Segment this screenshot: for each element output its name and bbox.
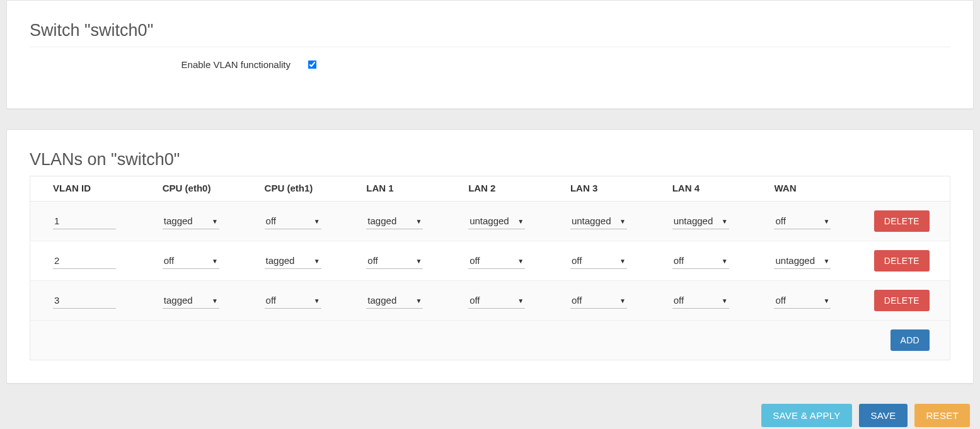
port-select-r1-c3-value: off bbox=[470, 255, 480, 266]
port-select-r0-c5[interactable]: untagged▼ bbox=[672, 213, 729, 229]
port-select-r2-c2-value: tagged bbox=[367, 295, 396, 306]
port-select-r1-c5[interactable]: off▼ bbox=[672, 253, 729, 269]
add-button[interactable]: ADD bbox=[891, 329, 930, 351]
add-row: ADD bbox=[30, 321, 950, 360]
port-select-r2-c4[interactable]: off▼ bbox=[570, 292, 627, 309]
port-select-r1-c6[interactable]: untagged▼ bbox=[774, 253, 831, 269]
col-lan1: LAN 1 bbox=[343, 176, 446, 202]
port-select-r0-c3[interactable]: untagged▼ bbox=[468, 213, 525, 229]
port-select-r2-c6[interactable]: off▼ bbox=[774, 292, 831, 309]
chevron-down-icon: ▼ bbox=[212, 257, 218, 264]
port-select-r1-c0[interactable]: off▼ bbox=[163, 253, 219, 269]
chevron-down-icon: ▼ bbox=[517, 217, 524, 224]
col-wan: WAN bbox=[751, 176, 853, 202]
col-vlan-id: VLAN ID bbox=[30, 176, 140, 202]
chevron-down-icon: ▼ bbox=[620, 297, 626, 304]
port-select-r0-c1-value: off bbox=[266, 215, 276, 226]
chevron-down-icon: ▼ bbox=[620, 217, 626, 224]
delete-button[interactable]: DELETE bbox=[874, 290, 930, 311]
vlan-id-input[interactable] bbox=[53, 292, 116, 309]
chevron-down-icon: ▼ bbox=[415, 257, 422, 264]
divider bbox=[30, 47, 950, 47]
chevron-down-icon: ▼ bbox=[722, 217, 728, 224]
port-select-r2-c3-value: off bbox=[470, 295, 480, 306]
switch-panel-title: Switch "switch0" bbox=[30, 21, 950, 40]
chevron-down-icon: ▼ bbox=[722, 257, 728, 264]
action-bar: SAVE & APPLY SAVE RESET bbox=[0, 404, 980, 429]
chevron-down-icon: ▼ bbox=[517, 257, 524, 264]
vlans-panel: VLANs on "switch0" VLAN ID CPU (eth0) CP… bbox=[6, 129, 974, 384]
port-select-r2-c5[interactable]: off▼ bbox=[672, 292, 729, 309]
vlan-table: VLAN ID CPU (eth0) CPU (eth1) LAN 1 LAN … bbox=[30, 176, 950, 360]
port-select-r1-c0-value: off bbox=[164, 255, 174, 266]
port-select-r1-c5-value: off bbox=[674, 255, 684, 266]
delete-button[interactable]: DELETE bbox=[874, 250, 930, 272]
chevron-down-icon: ▼ bbox=[212, 297, 218, 304]
port-select-r0-c1[interactable]: off▼ bbox=[265, 213, 321, 229]
chevron-down-icon: ▼ bbox=[415, 217, 422, 224]
col-actions bbox=[853, 176, 950, 202]
chevron-down-icon: ▼ bbox=[824, 217, 830, 224]
col-cpu-eth1: CPU (eth1) bbox=[242, 176, 344, 202]
chevron-down-icon: ▼ bbox=[620, 257, 626, 264]
vlan-id-input[interactable] bbox=[53, 213, 116, 229]
col-lan3: LAN 3 bbox=[548, 176, 650, 202]
port-select-r2-c4-value: off bbox=[572, 295, 582, 306]
port-select-r0-c0-value: tagged bbox=[164, 215, 193, 226]
chevron-down-icon: ▼ bbox=[824, 297, 830, 304]
vlans-panel-title: VLANs on "switch0" bbox=[30, 150, 950, 169]
chevron-down-icon: ▼ bbox=[415, 297, 422, 304]
save-button[interactable]: SAVE bbox=[859, 404, 907, 427]
port-select-r1-c2-value: off bbox=[367, 255, 378, 266]
enable-vlan-row: Enable VLAN functionality bbox=[30, 57, 950, 86]
port-select-r0-c4[interactable]: untagged▼ bbox=[570, 213, 627, 229]
port-select-r0-c2[interactable]: tagged▼ bbox=[366, 213, 423, 229]
port-select-r0-c6-value: off bbox=[775, 215, 785, 226]
col-cpu-eth0: CPU (eth0) bbox=[140, 176, 242, 202]
port-select-r1-c1-value: tagged bbox=[266, 255, 295, 266]
port-select-r0-c6[interactable]: off▼ bbox=[774, 213, 831, 229]
port-select-r2-c3[interactable]: off▼ bbox=[468, 292, 525, 309]
port-select-r0-c0[interactable]: tagged▼ bbox=[163, 213, 219, 229]
port-select-r2-c1[interactable]: off▼ bbox=[265, 292, 321, 309]
enable-vlan-checkbox[interactable] bbox=[308, 60, 317, 69]
port-select-r2-c0-value: tagged bbox=[164, 295, 193, 306]
chevron-down-icon: ▼ bbox=[722, 297, 728, 304]
chevron-down-icon: ▼ bbox=[314, 217, 320, 224]
col-lan2: LAN 2 bbox=[446, 176, 548, 202]
vlan-id-input[interactable] bbox=[53, 253, 116, 269]
table-row: tagged▼off▼tagged▼off▼off▼off▼off▼DELETE bbox=[30, 281, 950, 321]
reset-button[interactable]: RESET bbox=[914, 404, 970, 427]
port-select-r2-c0[interactable]: tagged▼ bbox=[163, 292, 219, 309]
port-select-r0-c2-value: tagged bbox=[367, 215, 396, 226]
save-apply-button[interactable]: SAVE & APPLY bbox=[761, 404, 851, 427]
port-select-r0-c4-value: untagged bbox=[572, 215, 611, 226]
table-row: tagged▼off▼tagged▼untagged▼untagged▼unta… bbox=[30, 202, 950, 241]
table-row: off▼tagged▼off▼off▼off▼off▼untagged▼DELE… bbox=[30, 241, 950, 281]
port-select-r0-c3-value: untagged bbox=[470, 215, 509, 226]
port-select-r1-c3[interactable]: off▼ bbox=[468, 253, 525, 269]
port-select-r2-c2[interactable]: tagged▼ bbox=[366, 292, 423, 309]
port-select-r2-c5-value: off bbox=[674, 295, 684, 306]
delete-button[interactable]: DELETE bbox=[874, 210, 930, 232]
table-header-row: VLAN ID CPU (eth0) CPU (eth1) LAN 1 LAN … bbox=[30, 176, 950, 202]
chevron-down-icon: ▼ bbox=[314, 297, 320, 304]
port-select-r1-c4[interactable]: off▼ bbox=[570, 253, 627, 269]
port-select-r1-c4-value: off bbox=[572, 255, 582, 266]
port-select-r2-c6-value: off bbox=[775, 295, 785, 306]
port-select-r1-c2[interactable]: off▼ bbox=[366, 253, 423, 269]
port-select-r1-c6-value: untagged bbox=[775, 255, 815, 266]
chevron-down-icon: ▼ bbox=[314, 257, 320, 264]
col-lan4: LAN 4 bbox=[650, 176, 752, 202]
port-select-r2-c1-value: off bbox=[266, 295, 276, 306]
switch-panel: Switch "switch0" Enable VLAN functionali… bbox=[6, 0, 974, 109]
vlan-table-body: tagged▼off▼tagged▼untagged▼untagged▼unta… bbox=[30, 202, 950, 321]
port-select-r1-c1[interactable]: tagged▼ bbox=[265, 253, 321, 269]
chevron-down-icon: ▼ bbox=[824, 257, 830, 264]
enable-vlan-label: Enable VLAN functionality bbox=[30, 59, 306, 70]
chevron-down-icon: ▼ bbox=[517, 297, 524, 304]
port-select-r0-c5-value: untagged bbox=[674, 215, 713, 226]
chevron-down-icon: ▼ bbox=[212, 217, 218, 224]
